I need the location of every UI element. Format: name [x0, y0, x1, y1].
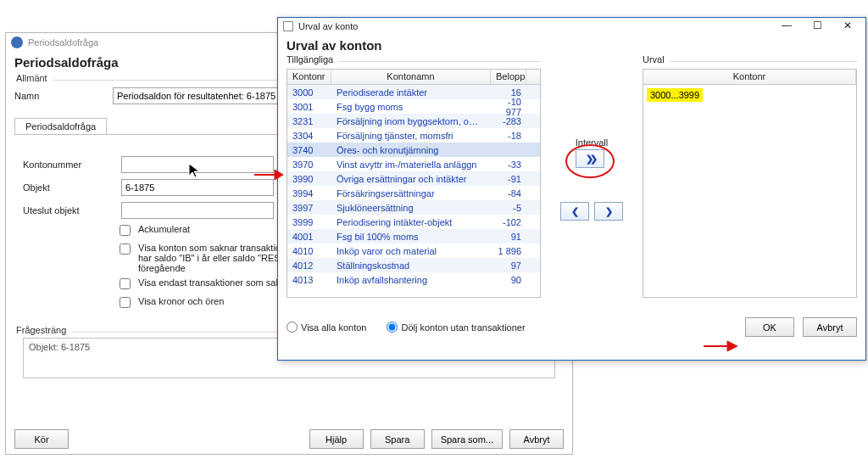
transfer-buttons-column: Intervall ❯❯ ❮ ❯	[556, 61, 627, 312]
account-row[interactable]: 4013Inköp avfallshantering90	[287, 272, 540, 287]
kor-button[interactable]: Kör	[14, 429, 69, 449]
avbryt-button[interactable]: Avbryt	[509, 429, 564, 449]
maximize-button[interactable]: ☐	[804, 20, 830, 34]
dialog-window-title: Urval av konto	[298, 21, 769, 31]
tab-periodsaldofraga[interactable]: Periodsaldofråga	[14, 118, 107, 134]
cell-belopp: -33	[491, 159, 526, 171]
kronor-oren-checkbox[interactable]	[120, 297, 131, 308]
cell-kontonamn: Periodisering intäkter-objekt	[331, 216, 491, 228]
cell-kontonr: 4001	[287, 231, 331, 243]
cell-kontonr: 3970	[287, 159, 331, 171]
hjalp-button[interactable]: Hjälp	[309, 429, 364, 449]
cell-belopp: -283	[491, 115, 526, 127]
account-row[interactable]: 3231Försäljning inom byggsektorn, omv s……	[287, 114, 540, 128]
dialog-app-icon	[283, 21, 293, 31]
cell-kontonamn: Försäljning tjänster, momsfri	[331, 130, 491, 142]
col-kontonr[interactable]: Kontonr	[287, 70, 331, 84]
dialog-titlebar: Urval av konto — ☐ ✕	[278, 18, 865, 35]
account-row[interactable]: 4012Ställningskostnad97	[287, 258, 540, 272]
move-left-button[interactable]: ❮	[560, 202, 589, 221]
col-belopp[interactable]: Belopp	[491, 70, 526, 84]
ackumulerat-checkbox[interactable]	[120, 225, 131, 236]
cell-kontonamn: Fsg bil 100% moms	[331, 231, 491, 243]
ackumulerat-label: Ackumulerat	[138, 224, 190, 234]
dolj-radio-row[interactable]: Dölj konton utan transaktioner	[387, 322, 525, 333]
urval-panel: Urval Kontonr 3000...3999	[643, 61, 857, 312]
cell-belopp	[491, 149, 526, 151]
cell-kontonr: 3000	[287, 87, 331, 98]
dolj-radio[interactable]	[387, 322, 398, 333]
urval-av-konto-dialog: Urval av konto — ☐ ✕ Urval av konton Til…	[277, 17, 866, 361]
dolj-label: Dölj konton utan transaktioner	[401, 322, 525, 333]
cell-kontonr: 4010	[287, 245, 331, 257]
cell-kontonamn: Försäkringsersättningar	[331, 188, 491, 199]
available-accounts-list[interactable]: Kontonr Kontonamn Belopp 3000Periodisera…	[287, 69, 541, 298]
cell-kontonr: 3997	[287, 202, 331, 214]
cell-kontonamn: Vinst avyttr im-/materiella anläggn	[331, 159, 491, 171]
visa-alla-radio-row[interactable]: Visa alla konton	[287, 322, 366, 333]
endast-saknar-checkbox[interactable]	[120, 278, 131, 289]
move-right-button[interactable]: ❯	[594, 202, 623, 221]
account-row[interactable]: 3990Övriga ersättningar och intäkter-91	[287, 171, 540, 186]
account-row[interactable]: 3970Vinst avyttr im-/materiella anläggn-…	[287, 157, 540, 171]
selected-list-header: Kontonr	[643, 70, 856, 85]
tillgangliga-panel: Tillgängliga Kontonr Kontonamn Belopp 30…	[287, 61, 541, 312]
cell-kontonr: 3994	[287, 188, 331, 199]
selected-accounts-list[interactable]: Kontonr 3000...3999	[643, 69, 857, 298]
cell-belopp: -84	[491, 188, 526, 199]
account-row[interactable]: 3001Fsg bygg moms-10 977	[287, 99, 540, 114]
objekt-field[interactable]	[121, 179, 274, 196]
urval-legend: Urval	[643, 54, 670, 64]
cell-kontonr: 3990	[287, 173, 331, 185]
account-row[interactable]: 3997Sjuklöneersättning-5	[287, 200, 540, 215]
uteslut-field[interactable]	[121, 202, 274, 219]
col-kontonamn[interactable]: Kontonamn	[331, 70, 491, 84]
dialog-heading: Urval av konton	[278, 35, 865, 58]
intervall-add-button[interactable]: ❯❯	[576, 149, 604, 168]
cell-belopp: -18	[491, 130, 526, 142]
intervall-label: Intervall	[576, 137, 609, 148]
cell-kontonamn: Öres- och kronutjämning	[331, 144, 491, 156]
ok-button[interactable]: OK	[745, 317, 794, 337]
selection-chip[interactable]: 3000...3999	[647, 88, 703, 102]
dialog-footer: Visa alla konton Dölj konton utan transa…	[278, 312, 865, 342]
kontonr-field[interactable]	[121, 156, 274, 173]
cell-belopp: 97	[491, 260, 526, 271]
cell-belopp: -91	[491, 173, 526, 185]
cell-belopp: -102	[491, 216, 526, 228]
account-row[interactable]: 4001Fsg bil 100% moms91	[287, 229, 540, 243]
spara-button[interactable]: Spara	[370, 429, 425, 449]
cell-kontonamn: Periodiserade intäkter	[331, 87, 491, 98]
cell-kontonamn: Övriga ersättningar och intäkter	[331, 173, 491, 185]
back-title: Periodsaldofråga	[28, 37, 98, 48]
cell-belopp: 90	[491, 274, 526, 286]
available-list-header: Kontonr Kontonamn Belopp	[287, 70, 540, 85]
close-button[interactable]: ✕	[835, 20, 860, 34]
uteslut-label: Uteslut objekt	[23, 205, 116, 216]
visa-alla-radio[interactable]	[287, 322, 298, 333]
kontonr-label: Kontonummer	[23, 160, 116, 170]
allmant-legend: Allmänt	[14, 73, 53, 83]
namn-label: Namn	[14, 91, 108, 101]
spara-som-button[interactable]: Spara som...	[431, 429, 503, 449]
account-row[interactable]: 3740Öres- och kronutjämning	[287, 143, 540, 157]
cell-kontonamn: Sjuklöneersättning	[331, 202, 491, 214]
account-row[interactable]: 4010Inköp varor och material1 896	[287, 243, 540, 258]
bottom-button-bar: Kör Hjälp Spara Spara som... Avbryt	[14, 429, 564, 449]
objekt-label: Objekt	[23, 182, 116, 193]
account-row[interactable]: 3994Försäkringsersättningar-84	[287, 186, 540, 200]
app-icon	[11, 36, 23, 48]
saknar-trans-checkbox[interactable]	[120, 243, 131, 255]
cell-kontonamn: Inköp avfallshantering	[331, 274, 491, 286]
tillgangliga-legend: Tillgängliga	[287, 54, 338, 64]
cell-kontonamn: Försäljning inom byggsektorn, omv s…	[331, 115, 491, 127]
fragestrang-value: Objekt: 6-1875	[29, 342, 90, 352]
account-row[interactable]: 3304Försäljning tjänster, momsfri-18	[287, 128, 540, 143]
dialog-avbryt-button[interactable]: Avbryt	[803, 317, 857, 337]
cell-kontonamn: Ställningskostnad	[331, 260, 491, 271]
col-right-kontonr[interactable]: Kontonr	[643, 70, 856, 84]
account-row[interactable]: 3999Periodisering intäkter-objekt-102	[287, 215, 540, 229]
cell-kontonamn: Fsg bygg moms	[331, 101, 491, 113]
kronor-oren-label: Visa kronor och ören	[138, 296, 224, 306]
minimize-button[interactable]: —	[774, 20, 799, 34]
